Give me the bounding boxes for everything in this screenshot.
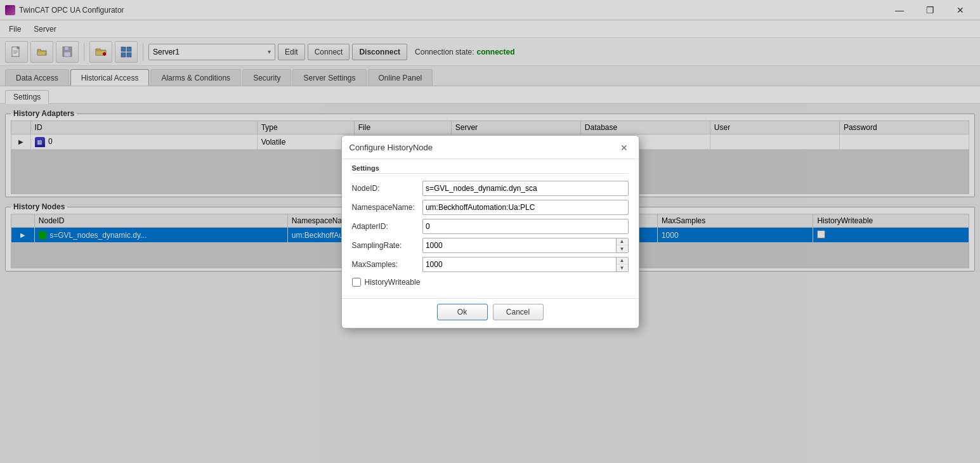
cancel-button[interactable]: Cancel xyxy=(493,304,544,320)
sampling-field: ▲ ▼ xyxy=(422,236,629,255)
dialog-form: NodeID: NamespaceName: AdapterID: xyxy=(352,179,629,274)
adapterid-input[interactable] xyxy=(422,219,629,234)
dialog-title-bar: Configure HistoryNode ✕ xyxy=(342,136,639,159)
dialog-overlay: Configure HistoryNode ✕ Settings NodeID:… xyxy=(0,0,980,463)
nsname-field xyxy=(422,198,629,217)
dialog-title: Configure HistoryNode xyxy=(350,143,433,152)
maxsamples-spinner: ▲ ▼ xyxy=(422,257,629,272)
dialog-section-label: Settings xyxy=(352,164,629,174)
adapterid-label: AdapterID: xyxy=(352,217,422,236)
sampling-spinner: ▲ ▼ xyxy=(422,238,629,253)
sampling-row: SamplingRate: ▲ ▼ xyxy=(352,236,629,255)
historywriteable-row: HistoryWriteable xyxy=(352,274,629,290)
dialog-close-button[interactable]: ✕ xyxy=(617,141,631,155)
adapterid-field xyxy=(422,217,629,236)
adapterid-row: AdapterID: xyxy=(352,217,629,236)
nodeid-field xyxy=(422,179,629,198)
sampling-up-button[interactable]: ▲ xyxy=(617,238,628,245)
nodeid-row: NodeID: xyxy=(352,179,629,198)
ok-button[interactable]: Ok xyxy=(437,304,488,320)
dialog-footer: Ok Cancel xyxy=(342,298,639,328)
dialog-body: Settings NodeID: NamespaceName: xyxy=(342,159,639,298)
maxsamples-up-button[interactable]: ▲ xyxy=(617,258,628,264)
maxsamples-label: MaxSamples: xyxy=(352,255,422,274)
maxsamples-row: MaxSamples: ▲ ▼ xyxy=(352,255,629,274)
nsname-row: NamespaceName: xyxy=(352,198,629,217)
maxsamples-input[interactable] xyxy=(422,257,616,272)
nodeid-input[interactable] xyxy=(422,181,629,196)
sampling-spinner-btns: ▲ ▼ xyxy=(616,238,629,253)
configure-history-node-dialog: Configure HistoryNode ✕ Settings NodeID:… xyxy=(341,135,639,329)
maxsamples-spinner-btns: ▲ ▼ xyxy=(616,257,629,272)
sampling-input[interactable] xyxy=(422,238,616,253)
nodeid-label: NodeID: xyxy=(352,179,422,198)
maxsamples-field: ▲ ▼ xyxy=(422,255,629,274)
historywriteable-checkbox[interactable] xyxy=(352,278,361,287)
sampling-down-button[interactable]: ▼ xyxy=(617,245,628,252)
sampling-label: SamplingRate: xyxy=(352,236,422,255)
nsname-input[interactable] xyxy=(422,200,629,215)
nsname-label: NamespaceName: xyxy=(352,198,422,217)
maxsamples-down-button[interactable]: ▼ xyxy=(617,264,628,271)
historywriteable-label: HistoryWriteable xyxy=(365,278,421,287)
